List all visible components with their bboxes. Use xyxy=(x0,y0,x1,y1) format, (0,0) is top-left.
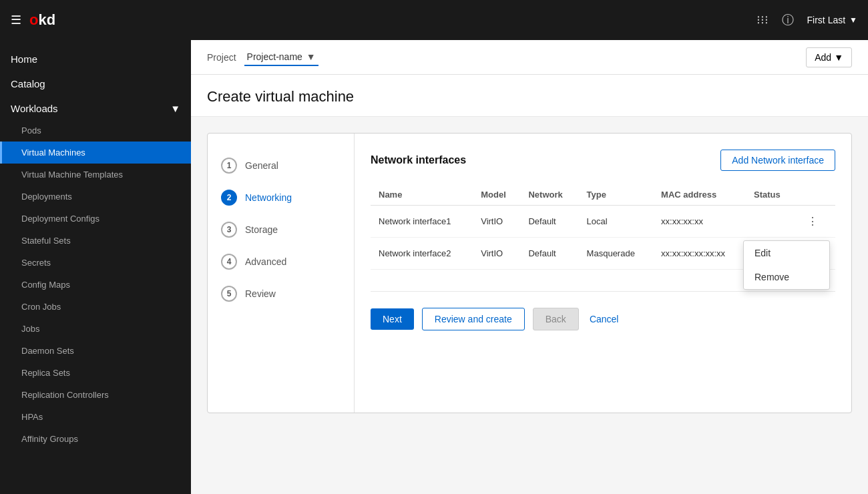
user-name: First Last xyxy=(807,15,846,25)
sidebar-catalog-label: Catalog xyxy=(11,78,45,89)
wizard-actions: Next Review and create Back Cancel xyxy=(371,291,835,336)
step-networking-label: Networking xyxy=(245,192,292,203)
sidebar-item-stateful-sets[interactable]: Stateful Sets xyxy=(0,230,191,252)
add-button[interactable]: Add ▼ xyxy=(806,47,852,67)
row1-kebab-button[interactable]: ⋮ xyxy=(803,214,822,229)
wizard-steps: 1 General 2 Networking 3 Storage 4 Advan… xyxy=(208,134,355,413)
col-model: Model xyxy=(473,184,520,206)
sidebar-item-virtual-machines[interactable]: Virtual Machines xyxy=(0,142,191,164)
user-chevron-icon: ▼ xyxy=(849,15,857,25)
row2-name: Network interface2 xyxy=(371,238,473,270)
row1-actions: ⋮ xyxy=(795,206,835,238)
add-label: Add xyxy=(815,52,831,63)
add-network-interface-button[interactable]: Add Network interface xyxy=(720,150,835,171)
row2-mac: xx:xx:xx:xx:xx:xx xyxy=(653,238,746,270)
row2-type: Masquerade xyxy=(579,238,653,270)
row1-network: Default xyxy=(520,206,578,238)
sidebar-workloads-label: Workloads xyxy=(11,103,58,114)
cancel-button[interactable]: Cancel xyxy=(587,308,622,330)
row2-model: VirtIO xyxy=(473,238,520,270)
step-advanced-num: 4 xyxy=(221,254,237,270)
top-nav: ☰ okd ⁝⁝⁝ ⓘ First Last ▼ xyxy=(0,0,868,40)
content-area: Project Project-name ▼ Add ▼ Create virt… xyxy=(191,40,868,494)
workloads-chevron-icon: ▼ xyxy=(170,103,180,114)
col-actions xyxy=(795,184,835,206)
add-chevron-icon: ▼ xyxy=(834,52,843,63)
help-icon[interactable]: ⓘ xyxy=(782,12,794,28)
sidebar-item-deployment-configs[interactable]: Deployment Configs xyxy=(0,208,191,230)
wizard-container: 1 General 2 Networking 3 Storage 4 Advan… xyxy=(191,117,868,494)
hamburger-icon[interactable]: ☰ xyxy=(11,13,21,27)
sidebar-home-label: Home xyxy=(11,53,37,65)
sidebar-item-cron-jobs[interactable]: Cron Jobs xyxy=(0,296,191,318)
context-menu-remove[interactable]: Remove xyxy=(744,265,829,289)
step-review-num: 5 xyxy=(221,286,237,302)
review-create-button[interactable]: Review and create xyxy=(422,308,525,330)
step-storage-label: Storage xyxy=(245,224,278,235)
top-nav-right: ⁝⁝⁝ ⓘ First Last ▼ xyxy=(756,12,857,28)
grid-icon[interactable]: ⁝⁝⁝ xyxy=(756,13,769,27)
network-section-title: Network interfaces xyxy=(371,154,466,166)
step-storage-num: 3 xyxy=(221,222,237,238)
sidebar-section-workloads[interactable]: Workloads ▼ xyxy=(0,95,191,119)
row1-name: Network interface1 xyxy=(371,206,473,238)
step-general-label: General xyxy=(245,160,278,171)
network-header: Network interfaces Add Network interface xyxy=(371,150,835,171)
project-left: Project Project-name ▼ xyxy=(207,49,318,66)
project-label: Project xyxy=(207,52,236,63)
step-advanced[interactable]: 4 Advanced xyxy=(208,246,354,278)
logo: okd xyxy=(29,11,55,29)
back-button: Back xyxy=(533,308,579,330)
sidebar-item-vm-templates[interactable]: Virtual Machine Templates xyxy=(0,164,191,186)
sidebar-item-config-maps[interactable]: Config Maps xyxy=(0,274,191,296)
step-general-num: 1 xyxy=(221,158,237,174)
wizard-card: 1 General 2 Networking 3 Storage 4 Advan… xyxy=(207,133,852,413)
step-advanced-label: Advanced xyxy=(245,256,286,267)
step-review[interactable]: 5 Review xyxy=(208,278,354,310)
logo-text: okd xyxy=(29,11,55,29)
project-bar: Project Project-name ▼ Add ▼ xyxy=(191,40,868,75)
project-name: Project-name xyxy=(247,51,302,62)
project-selector[interactable]: Project-name ▼ xyxy=(244,49,318,66)
wizard-content: Network interfaces Add Network interface… xyxy=(355,134,851,413)
sidebar-section-catalog[interactable]: Catalog xyxy=(0,70,191,95)
step-networking[interactable]: 2 Networking xyxy=(208,182,354,214)
sidebar: Home Catalog Workloads ▼ Pods Virtual Ma… xyxy=(0,40,191,494)
sidebar-item-hpas[interactable]: HPAs xyxy=(0,406,191,428)
main-layout: Home Catalog Workloads ▼ Pods Virtual Ma… xyxy=(0,40,868,494)
sidebar-item-replica-sets[interactable]: Replica Sets xyxy=(0,362,191,384)
row1-type: Local xyxy=(579,206,653,238)
sidebar-section-home[interactable]: Home xyxy=(0,45,191,70)
col-name: Name xyxy=(371,184,473,206)
step-storage[interactable]: 3 Storage xyxy=(208,214,354,246)
sidebar-item-secrets[interactable]: Secrets xyxy=(0,252,191,274)
page-title: Create virtual machine xyxy=(207,88,852,105)
page-title-bar: Create virtual machine xyxy=(191,75,868,117)
row1-model: VirtIO xyxy=(473,206,520,238)
row2-network: Default xyxy=(520,238,578,270)
col-mac: MAC address xyxy=(653,184,746,206)
step-general[interactable]: 1 General xyxy=(208,150,354,182)
table-row: Network interface1 VirtIO Default Local … xyxy=(371,206,835,238)
sidebar-item-daemon-sets[interactable]: Daemon Sets xyxy=(0,340,191,362)
col-type: Type xyxy=(579,184,653,206)
sidebar-item-jobs[interactable]: Jobs xyxy=(0,318,191,340)
context-menu: Edit Remove xyxy=(743,240,830,290)
sidebar-item-replication-controllers[interactable]: Replication Controllers xyxy=(0,384,191,406)
context-menu-edit[interactable]: Edit xyxy=(744,241,829,265)
step-review-label: Review xyxy=(245,288,276,299)
row1-mac: xx:xx:xx:xx xyxy=(653,206,746,238)
row1-status xyxy=(746,206,795,238)
col-network: Network xyxy=(520,184,578,206)
step-networking-num: 2 xyxy=(221,190,237,206)
col-status: Status xyxy=(746,184,795,206)
sidebar-item-deployments[interactable]: Deployments xyxy=(0,186,191,208)
sidebar-item-pods[interactable]: Pods xyxy=(0,119,191,142)
sidebar-item-affinity-groups[interactable]: Affinity Groups xyxy=(0,428,191,450)
network-table-header: Name Model Network Type MAC address Stat… xyxy=(371,184,835,206)
logo-accent: o xyxy=(29,11,38,28)
project-chevron-icon: ▼ xyxy=(306,51,316,62)
next-button[interactable]: Next xyxy=(371,308,414,330)
user-menu[interactable]: First Last ▼ xyxy=(807,15,857,25)
